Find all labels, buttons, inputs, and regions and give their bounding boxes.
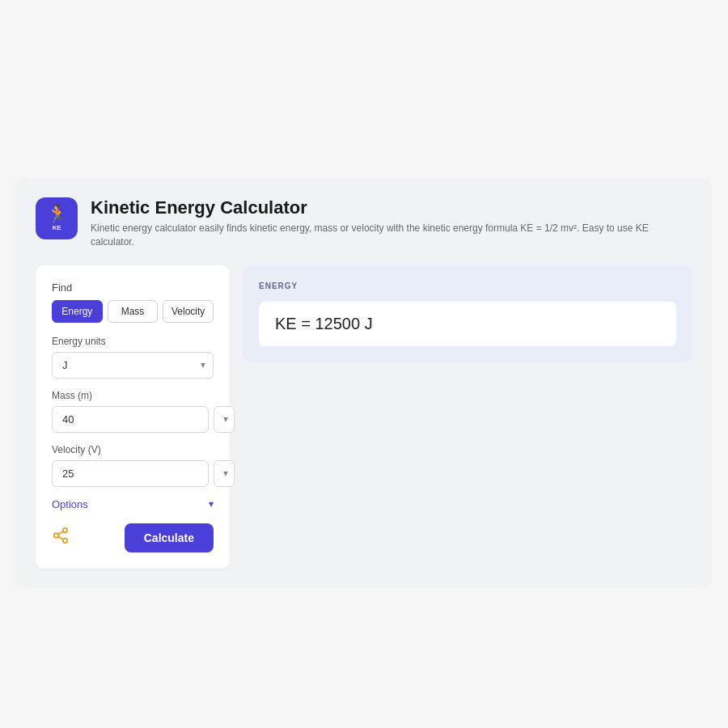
result-value-box: KE = 12500 J bbox=[259, 302, 676, 346]
options-label: Options bbox=[52, 498, 88, 510]
app-header: 🏃 KE Kinetic Energy Calculator Kinetic e… bbox=[36, 197, 692, 249]
velocity-input[interactable] bbox=[52, 460, 209, 487]
velocity-label: Velocity (V) bbox=[52, 444, 214, 455]
mass-input[interactable] bbox=[52, 406, 209, 433]
right-panel: ENERGY KE = 12500 J bbox=[243, 265, 692, 569]
app-icon-label: KE bbox=[52, 224, 61, 231]
svg-line-3 bbox=[58, 536, 63, 540]
velocity-unit-wrapper: m/s km/h mph ft/s bbox=[214, 460, 235, 487]
page-description: Kinetic energy calculator easily finds k… bbox=[91, 222, 692, 249]
share-icon[interactable] bbox=[52, 527, 70, 548]
page-wrapper: 🏃 KE Kinetic Energy Calculator Kinetic e… bbox=[16, 178, 712, 588]
energy-units-label: Energy units bbox=[52, 336, 214, 347]
app-icon-figure: 🏃 bbox=[46, 205, 68, 223]
calculate-button[interactable]: Calculate bbox=[125, 523, 214, 552]
find-buttons: Energy Mass Velocity bbox=[52, 300, 214, 323]
find-velocity-button[interactable]: Velocity bbox=[163, 300, 214, 323]
find-mass-button[interactable]: Mass bbox=[108, 300, 159, 323]
result-area: ENERGY KE = 12500 J bbox=[243, 265, 692, 362]
find-energy-button[interactable]: Energy bbox=[52, 300, 103, 323]
velocity-row: m/s km/h mph ft/s bbox=[52, 460, 214, 487]
find-label: Find bbox=[52, 281, 214, 294]
left-panel: Find Energy Mass Velocity Energy units J… bbox=[36, 265, 230, 569]
page-title: Kinetic Energy Calculator bbox=[91, 197, 692, 218]
result-value: KE = 12500 J bbox=[275, 315, 660, 333]
action-row: Calculate bbox=[52, 523, 214, 552]
main-content: Find Energy Mass Velocity Energy units J… bbox=[36, 265, 692, 569]
mass-label: Mass (m) bbox=[52, 390, 214, 401]
header-text: Kinetic Energy Calculator Kinetic energy… bbox=[91, 197, 692, 249]
options-chevron-icon: ▾ bbox=[209, 498, 214, 510]
app-icon: 🏃 KE bbox=[36, 197, 78, 239]
mass-row: kg g lb oz bbox=[52, 406, 214, 433]
mass-unit-select[interactable]: kg g lb oz bbox=[214, 406, 235, 433]
options-row[interactable]: Options ▾ bbox=[52, 498, 214, 510]
energy-units-select[interactable]: J kJ cal kcal BTU bbox=[52, 352, 214, 379]
velocity-unit-select[interactable]: m/s km/h mph ft/s bbox=[214, 460, 235, 487]
mass-unit-wrapper: kg g lb oz bbox=[214, 406, 235, 433]
svg-line-4 bbox=[58, 531, 63, 535]
result-section-label: ENERGY bbox=[259, 281, 676, 290]
energy-units-wrapper: J kJ cal kcal BTU bbox=[52, 352, 214, 379]
